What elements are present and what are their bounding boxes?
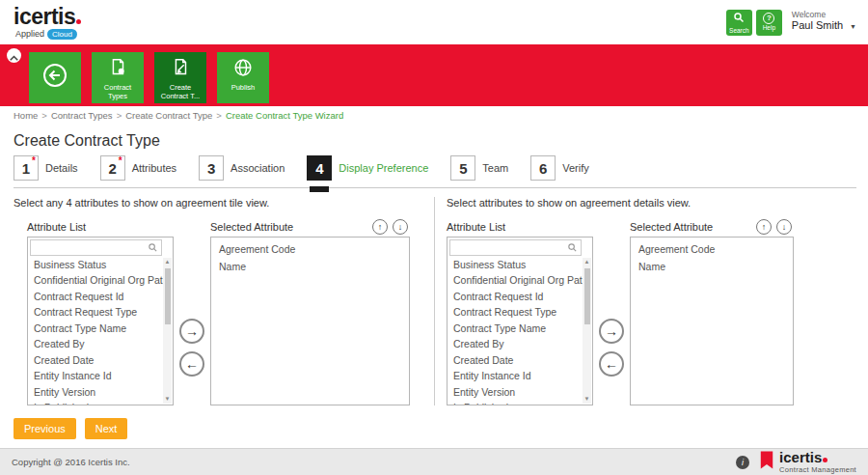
search-button[interactable]: Search: [726, 10, 752, 36]
list-item[interactable]: Contract Request Type: [448, 305, 583, 321]
arrow-left-icon: ←: [185, 356, 199, 372]
scrollbar-thumb[interactable]: [584, 268, 590, 324]
list-item[interactable]: Is Published: [448, 401, 583, 406]
display-preference-content: Select any 4 attributes to show on agree…: [0, 188, 868, 405]
list-item[interactable]: Entity Version: [28, 384, 163, 401]
list-item[interactable]: Entity Instance Id: [448, 369, 583, 385]
attribute-search[interactable]: [30, 239, 162, 256]
breadcrumb-separator: >: [117, 110, 122, 121]
scroll-up-icon[interactable]: ▲: [163, 258, 172, 266]
list-item[interactable]: Created Date: [448, 352, 583, 369]
move-left-button[interactable]: ←: [179, 351, 204, 377]
breadcrumb-item[interactable]: Create Contract Type>: [125, 110, 226, 121]
wizard-step[interactable]: 5 Team: [450, 155, 508, 181]
scrollbar[interactable]: ▲ ▼: [583, 258, 591, 404]
selected-item[interactable]: Name: [631, 258, 793, 275]
wizard-step-label: Details: [45, 162, 78, 174]
breadcrumb-item[interactable]: Contract Types>: [51, 110, 125, 121]
selected-item[interactable]: Agreement Code: [631, 240, 793, 258]
scroll-up-icon[interactable]: ▲: [583, 258, 591, 266]
wizard-step[interactable]: 2* Attributes: [100, 155, 176, 181]
search-input[interactable]: [453, 242, 567, 253]
breadcrumb-item[interactable]: Create Contract Type Wizard>: [226, 110, 343, 121]
move-right-button[interactable]: →: [599, 319, 624, 344]
ribbon-tile-back[interactable]: [29, 52, 81, 103]
list-item[interactable]: Entity Version: [448, 384, 583, 401]
ribbon-tile-label: Publish: [230, 84, 258, 93]
attribute-listbox: Business StatusConfidential Original Org…: [27, 237, 174, 405]
ribbon-bar: Contract Types Create Contract T... Publ…: [0, 44, 868, 106]
list-item[interactable]: Business Status: [28, 257, 163, 273]
attribute-list-label: Attribute List: [27, 221, 86, 233]
move-left-button[interactable]: ←: [599, 351, 624, 377]
ribbon-tile-create-contract-type[interactable]: Create Contract T...: [154, 52, 206, 103]
list-item[interactable]: Entity Instance Id: [28, 369, 163, 385]
list-item[interactable]: Contract Request Id: [448, 289, 583, 305]
ribbon-tiles: Contract Types Create Contract T... Publ…: [29, 52, 868, 103]
attribute-search[interactable]: [449, 239, 582, 256]
previous-button[interactable]: Previous: [14, 418, 76, 439]
user-name: Paul Smith: [792, 19, 843, 32]
list-item[interactable]: Confidential Original Org Path Id: [448, 273, 583, 290]
required-asterisk: *: [119, 155, 122, 166]
selected-attributes-box: Agreement CodeName: [630, 237, 794, 405]
list-item[interactable]: Created By: [448, 337, 583, 353]
list-item[interactable]: Contract Request Id: [28, 289, 163, 305]
scrollbar-thumb[interactable]: [165, 268, 171, 324]
wizard-step[interactable]: 4 Display Preference: [307, 155, 428, 181]
user-menu[interactable]: Welcome Paul Smith: [792, 10, 843, 32]
move-down-button[interactable]: ↓: [776, 219, 792, 235]
selected-item[interactable]: Name: [211, 258, 409, 275]
scroll-down-icon[interactable]: ▼: [583, 395, 591, 404]
help-button-label: Help: [763, 25, 775, 32]
help-icon: ?: [763, 13, 774, 24]
list-item[interactable]: Contract Type Name: [448, 321, 583, 337]
help-button[interactable]: ? Help: [756, 10, 782, 36]
selected-attribute-label: Selected Attribute: [210, 221, 293, 233]
ribbon-tile-label: Contract Types: [92, 84, 144, 100]
move-up-button[interactable]: ↑: [372, 219, 388, 235]
search-button-label: Search: [729, 28, 749, 35]
required-asterisk: *: [32, 155, 36, 166]
wizard-step-number: 4: [307, 155, 332, 181]
breadcrumb-item[interactable]: Home>: [14, 110, 51, 121]
search-icon: [733, 10, 745, 27]
info-icon[interactable]: i: [736, 456, 749, 469]
list-item[interactable]: Created By: [28, 337, 163, 353]
list-item[interactable]: Contract Type Name: [28, 321, 163, 337]
wizard-step[interactable]: 1* Details: [14, 155, 78, 181]
wizard-step[interactable]: 6 Verify: [530, 155, 589, 181]
collapse-ribbon-button[interactable]: [7, 48, 21, 63]
attribute-list-label: Attribute List: [447, 221, 505, 233]
ribbon-tile-publish[interactable]: Publish: [217, 52, 269, 103]
next-button[interactable]: Next: [85, 418, 128, 439]
wizard-step-number: 2*: [100, 155, 125, 181]
move-down-button[interactable]: ↓: [393, 219, 408, 235]
wizard-step-label: Team: [482, 162, 508, 174]
footer: Copyright @ 2016 Icertis Inc. i icertis …: [0, 448, 868, 475]
create-contract-type-icon: [170, 57, 191, 82]
arrow-down-icon: ↓: [782, 222, 787, 232]
list-item[interactable]: Business Status: [448, 257, 583, 273]
selected-item[interactable]: Agreement Code: [211, 240, 409, 258]
list-item[interactable]: Is Published: [28, 401, 163, 406]
attribute-listbox: Business StatusConfidential Original Org…: [447, 237, 593, 405]
ribbon-tile-contract-types[interactable]: Contract Types: [92, 52, 144, 103]
scroll-down-icon[interactable]: ▼: [163, 395, 172, 404]
arrow-left-icon: ←: [605, 356, 618, 372]
wizard-step-label: Attributes: [132, 162, 176, 174]
wizard-step[interactable]: 3 Association: [199, 155, 285, 181]
move-right-button[interactable]: →: [179, 319, 204, 344]
move-up-button[interactable]: ↑: [756, 219, 772, 235]
search-input[interactable]: [34, 242, 148, 253]
brand-dot-icon: [823, 458, 827, 462]
publish-globe-icon: [232, 57, 254, 82]
chevron-down-icon[interactable]: ▼: [850, 23, 856, 30]
brand-dot-icon: [76, 19, 81, 24]
list-item[interactable]: Created Date: [28, 352, 163, 369]
wizard-step-number: 3: [199, 155, 224, 181]
scrollbar[interactable]: ▲ ▼: [163, 258, 172, 404]
arrow-up-icon: ↑: [762, 222, 767, 232]
list-item[interactable]: Contract Request Type: [28, 305, 163, 321]
list-item[interactable]: Confidential Original Org Path Id: [28, 273, 163, 290]
